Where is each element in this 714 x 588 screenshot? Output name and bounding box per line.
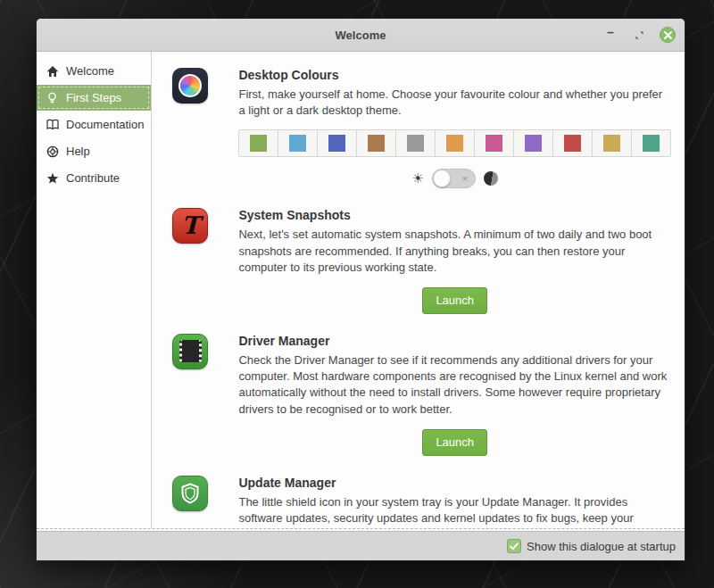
colour-swatch-option[interactable]: [475, 130, 514, 156]
section-driver-manager: Driver Manager Check the Driver Manager …: [172, 334, 671, 456]
shield-icon: [178, 481, 203, 506]
timeshift-app-icon: T: [172, 208, 208, 244]
sidebar-item-label: Welcome: [66, 64, 114, 78]
titlebar[interactable]: Welcome –: [37, 19, 685, 52]
home-icon: [46, 64, 59, 78]
section-system-snapshots: T System Snapshots Next, let's set autom…: [172, 208, 671, 314]
window-title: Welcome: [37, 29, 685, 42]
colour-swatch-option[interactable]: [278, 130, 318, 156]
section-title: Desktop Colours: [238, 68, 671, 82]
colour-swatch: [643, 135, 660, 152]
update-manager-app-icon: [172, 476, 208, 511]
section-description: Next, let's set automatic system snapsho…: [238, 227, 671, 276]
sun-icon: ☀: [412, 172, 424, 186]
close-icon: [664, 31, 672, 39]
section-description: The little shield icon in your system tr…: [238, 494, 671, 528]
section-update-manager: Update Manager The little shield icon in…: [172, 476, 671, 528]
sidebar-item-welcome[interactable]: Welcome: [37, 58, 151, 84]
colour-swatch-option[interactable]: [514, 130, 553, 156]
book-icon: [46, 118, 59, 131]
desktop-colours-app-icon: [172, 68, 208, 104]
moon-icon: [484, 171, 498, 186]
colour-swatch-option[interactable]: [593, 130, 632, 156]
colour-swatch: [328, 135, 345, 152]
colour-swatch: [368, 135, 385, 152]
minimize-button[interactable]: –: [602, 27, 619, 43]
window-controls: –: [602, 27, 685, 43]
launch-drivers-button[interactable]: Launch: [422, 429, 487, 456]
colour-swatch-option[interactable]: [239, 130, 278, 156]
colour-wheel-icon: [178, 74, 202, 97]
section-desktop-colours: Desktop Colours First, make yourself at …: [172, 68, 671, 188]
unmaximize-button[interactable]: [631, 27, 647, 43]
colour-swatch: [564, 135, 581, 152]
toggle-knob[interactable]: [433, 170, 451, 187]
first-steps-page: Desktop Colours First, make yourself at …: [152, 52, 685, 528]
colour-swatch: [525, 135, 542, 152]
colour-swatch-option[interactable]: [553, 130, 593, 156]
colour-swatch-option[interactable]: [396, 130, 436, 156]
section-description: Check the Driver Manager to see if it re…: [238, 352, 671, 418]
lightbulb-icon: [46, 91, 59, 104]
colour-swatch-option[interactable]: [632, 130, 670, 156]
colour-swatch-option[interactable]: [436, 130, 475, 156]
sidebar: Welcome First Steps Docu: [37, 52, 152, 528]
section-title: Driver Manager: [238, 334, 671, 348]
sidebar-item-first-steps[interactable]: First Steps: [37, 85, 151, 111]
startup-checkbox-label: Show this dialogue at startup: [527, 540, 676, 553]
dark-theme-toggle[interactable]: ×: [432, 169, 476, 188]
section-description: First, make yourself at home. Choose you…: [238, 87, 671, 119]
launch-snapshots-button[interactable]: Launch: [422, 287, 487, 314]
sidebar-item-label: Documentation: [66, 118, 144, 131]
section-title: Update Manager: [238, 476, 671, 490]
sidebar-item-label: First Steps: [66, 91, 121, 104]
colour-swatch: [486, 135, 502, 152]
star-icon: [46, 171, 59, 185]
colour-swatch-bar: [238, 129, 671, 157]
window-body: Welcome First Steps Docu: [37, 52, 685, 529]
checkmark-icon: [510, 542, 519, 551]
colour-swatch: [603, 135, 620, 152]
welcome-window: Welcome – Welcome: [36, 18, 685, 561]
sidebar-item-label: Contribute: [66, 171, 120, 185]
chip-icon: [179, 340, 202, 362]
help-icon: [46, 145, 59, 158]
timeshift-t-glyph: T: [181, 213, 199, 237]
driver-manager-app-icon: [172, 334, 208, 369]
colour-swatch-option[interactable]: [357, 130, 396, 156]
sidebar-item-contribute[interactable]: Contribute: [37, 165, 151, 191]
desktop-wallpaper: { "window": { "title": "Welcome", "contr…: [0, 0, 714, 588]
colour-swatch: [250, 135, 267, 152]
unmaximize-icon: [635, 30, 644, 40]
colour-swatch: [407, 135, 424, 152]
footer-bar: Show this dialogue at startup: [37, 531, 685, 560]
sidebar-item-documentation[interactable]: Documentation: [37, 112, 151, 137]
toggle-off-mark: ×: [462, 174, 468, 184]
close-button[interactable]: [660, 27, 676, 43]
colour-swatch: [289, 135, 306, 152]
sidebar-item-label: Help: [66, 145, 90, 158]
startup-checkbox[interactable]: [507, 539, 521, 553]
colour-swatch-option[interactable]: [318, 130, 357, 156]
colour-swatch: [446, 135, 463, 152]
section-title: System Snapshots: [238, 208, 671, 222]
theme-toggle-row: ☀ ×: [238, 169, 671, 188]
sidebar-item-help[interactable]: Help: [37, 138, 151, 164]
